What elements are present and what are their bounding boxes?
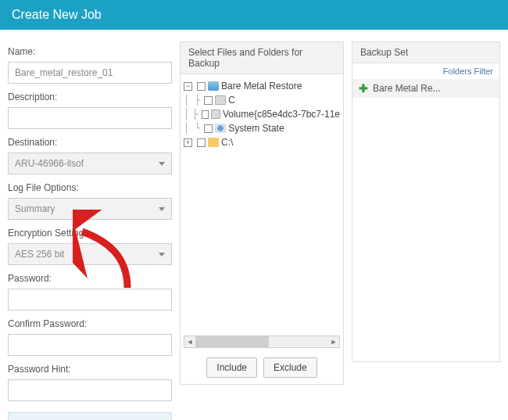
tree-row[interactable]: │ ├ Volume{c85e4dc3-7bc7-11e <box>184 107 340 121</box>
scroll-left-icon[interactable]: ◄ <box>184 338 195 346</box>
files-panel-header: Select Files and Folders for Backup <box>181 42 343 74</box>
dialog-title: Create New Job <box>12 8 102 21</box>
checkbox[interactable] <box>204 124 213 133</box>
scroll-track[interactable] <box>195 336 328 347</box>
computer-icon <box>208 81 219 91</box>
scroll-thumb[interactable] <box>195 336 269 347</box>
password-hint-label: Password Hint: <box>8 364 172 375</box>
drive-icon <box>211 109 220 119</box>
logfile-value: Summary <box>15 203 55 214</box>
dialog-header: Create New Job <box>0 0 508 30</box>
logfile-label: Log File Options: <box>8 182 172 193</box>
confirm-password-input[interactable] <box>8 334 172 356</box>
logfile-select[interactable]: Summary <box>8 198 172 220</box>
chevron-down-icon <box>159 253 165 257</box>
include-button[interactable]: Include <box>206 357 257 378</box>
tree-label: Bare Metal Restore <box>221 81 302 92</box>
gear-icon <box>215 124 226 133</box>
tree-row[interactable]: + C:\ <box>184 135 340 149</box>
destination-label: Destination: <box>8 137 172 148</box>
password-label: Password: <box>8 273 172 284</box>
folders-filter-link[interactable]: Folders Filter <box>352 63 499 79</box>
checkbox[interactable] <box>197 82 206 91</box>
chevron-down-icon <box>159 162 165 166</box>
confirm-password-label: Confirm Password: <box>8 318 172 329</box>
tree-label: C <box>228 95 235 106</box>
plus-icon: ✚ <box>359 82 368 95</box>
expand-icon[interactable]: + <box>184 138 192 147</box>
exclude-button[interactable]: Exclude <box>263 357 317 378</box>
name-label: Name: <box>8 46 172 57</box>
name-input[interactable] <box>8 62 172 84</box>
password-input[interactable] <box>8 289 172 311</box>
files-panel: Select Files and Folders for Backup − Ba… <box>180 41 344 385</box>
scroll-right-icon[interactable]: ► <box>328 338 339 346</box>
file-tree[interactable]: − Bare Metal Restore │ ├ C │ ├ <box>181 74 343 332</box>
drive-icon <box>215 95 226 105</box>
dialog-body: Name: Description: Destination: ARU-4696… <box>0 30 508 420</box>
checkbox[interactable] <box>197 138 206 147</box>
include-exclude-row: Include Exclude <box>181 351 343 384</box>
tree-label: C:\ <box>221 137 233 148</box>
encryption-label: Encryption Settings: <box>8 228 172 239</box>
folder-icon <box>208 138 219 147</box>
tree-row[interactable]: − Bare Metal Restore <box>184 79 340 93</box>
checkbox[interactable] <box>204 96 213 105</box>
backup-set-item[interactable]: ✚ Bare Metal Re... <box>352 79 499 98</box>
password-note: You must remember your encryption passwo… <box>8 412 172 420</box>
description-input[interactable] <box>8 107 172 129</box>
horizontal-scrollbar[interactable]: ◄ ► <box>184 336 340 348</box>
collapse-icon[interactable]: − <box>184 82 192 91</box>
tree-row[interactable]: │ ├ C <box>184 93 340 107</box>
destination-value: ARU-46966-ilsof <box>15 158 84 169</box>
backup-set-column: Backup Set Folders Filter ✚ Bare Metal R… <box>352 41 500 420</box>
description-label: Description: <box>8 92 172 102</box>
destination-select[interactable]: ARU-46966-ilsof <box>8 153 172 174</box>
files-column: Select Files and Folders for Backup − Ba… <box>180 41 344 420</box>
tree-label: System State <box>228 123 284 134</box>
backup-set-panel: Backup Set Folders Filter ✚ Bare Metal R… <box>352 41 500 362</box>
backup-set-header: Backup Set <box>352 42 499 63</box>
checkbox[interactable] <box>202 110 209 119</box>
password-hint-input[interactable] <box>8 379 172 401</box>
encryption-value: AES 256 bit <box>15 249 64 260</box>
tree-label: Volume{c85e4dc3-7bc7-11e <box>223 109 340 120</box>
encryption-select[interactable]: AES 256 bit <box>8 243 172 265</box>
form-column: Name: Description: Destination: ARU-4696… <box>8 41 172 420</box>
tree-row[interactable]: │ └ System State <box>184 121 340 135</box>
chevron-down-icon <box>159 207 165 211</box>
backup-set-item-label: Bare Metal Re... <box>373 83 441 94</box>
